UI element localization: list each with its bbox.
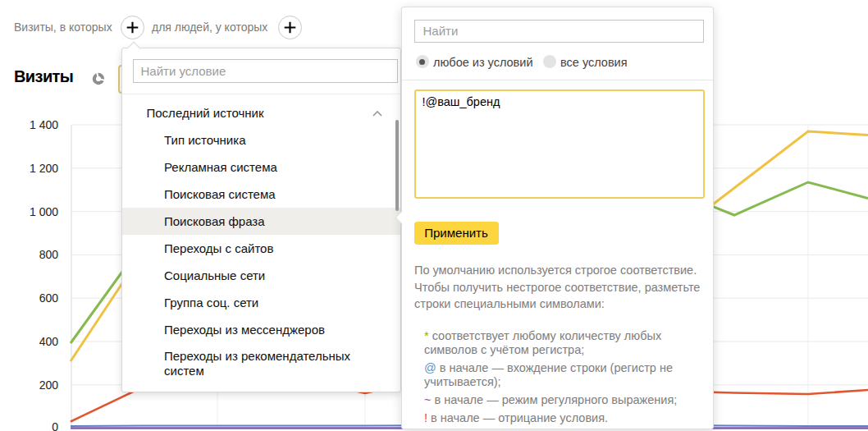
svg-text:800: 800 — [39, 248, 59, 261]
svg-text:400: 400 — [39, 335, 59, 348]
svg-text:600: 600 — [39, 291, 59, 305]
svg-text:200: 200 — [39, 378, 59, 392]
svg-text:1 000: 1 000 — [30, 205, 58, 218]
svg-text:1 200: 1 200 — [30, 162, 58, 175]
svg-text:0: 0 — [52, 420, 58, 431]
svg-text:1 400: 1 400 — [30, 118, 58, 131]
